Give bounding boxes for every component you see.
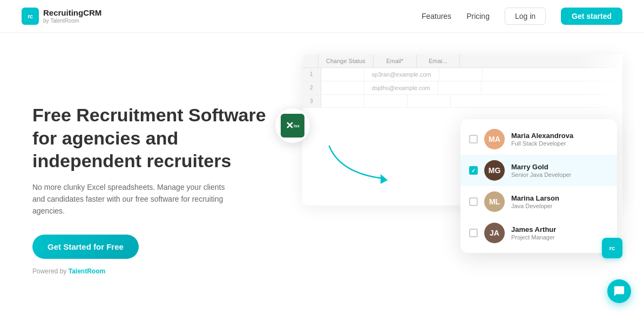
candidate-checkbox-4[interactable] bbox=[469, 229, 478, 237]
candidate-item[interactable]: JA James Arthur Project Manager bbox=[460, 217, 617, 249]
candidate-role-2: Senior Java Developer bbox=[511, 171, 608, 178]
nav-pricing-link[interactable]: Pricing bbox=[466, 12, 490, 20]
candidate-item[interactable]: ✓ MG Marry Gold Senior Java Developer bbox=[460, 155, 617, 186]
nav-links: Features Pricing Log in Get started bbox=[422, 8, 622, 25]
arrow-icon bbox=[297, 130, 405, 195]
avatar-2: MG bbox=[484, 160, 505, 181]
svg-marker-0 bbox=[381, 174, 388, 184]
hero-illustration: Change Status Email* Emai... 1 sp3ran@ex… bbox=[270, 54, 622, 313]
chat-button[interactable] bbox=[607, 279, 631, 303]
avatar-1: MA bbox=[484, 129, 505, 149]
candidate-name-2: Marry Gold bbox=[511, 163, 608, 171]
candidate-checkbox-1[interactable] bbox=[469, 135, 478, 143]
login-button[interactable]: Log in bbox=[505, 8, 546, 25]
candidate-name-1: Maria Alexandrova bbox=[511, 132, 608, 140]
get-started-hero-button[interactable]: Get Started for Free bbox=[32, 235, 139, 259]
rc-badge: rc bbox=[602, 238, 622, 258]
get-started-nav-button[interactable]: Get started bbox=[561, 8, 622, 25]
chat-icon bbox=[613, 285, 625, 297]
candidate-role-3: Java Developer bbox=[511, 203, 608, 209]
talentroom-link[interactable]: TalentRoom bbox=[69, 267, 105, 275]
candidate-name-4: James Arthur bbox=[511, 225, 608, 233]
hero-subtitle: No more clunky Excel spreadsheets. Manag… bbox=[32, 181, 238, 217]
candidate-item[interactable]: ML Marina Larson Java Developer bbox=[460, 186, 617, 217]
avatar-4: JA bbox=[484, 223, 505, 243]
nav-features-link[interactable]: Features bbox=[422, 12, 451, 20]
candidate-checkbox-3[interactable] bbox=[469, 197, 478, 206]
logo-name: RecruitingCRM bbox=[43, 8, 101, 18]
candidate-role-1: Full Stack Developer bbox=[511, 140, 608, 147]
logo-sub: by TalentRoom bbox=[43, 18, 101, 24]
hero-title: Free Recruitment Software for agencies a… bbox=[32, 104, 270, 173]
candidate-item[interactable]: MA Maria Alexandrova Full Stack Develope… bbox=[460, 123, 617, 155]
logo-icon: rc bbox=[22, 8, 39, 25]
candidate-name-3: Marina Larson bbox=[511, 194, 608, 202]
candidate-checkbox-2[interactable]: ✓ bbox=[469, 166, 478, 175]
logo[interactable]: rc RecruitingCRM by TalentRoom bbox=[22, 8, 101, 25]
candidate-list-card: MA Maria Alexandrova Full Stack Develope… bbox=[460, 119, 617, 253]
avatar-3: ML bbox=[484, 191, 505, 212]
hero-left: Free Recruitment Software for agencies a… bbox=[32, 93, 270, 275]
candidate-role-4: Project Manager bbox=[511, 234, 608, 241]
powered-by: Powered by TalentRoom bbox=[32, 267, 270, 275]
